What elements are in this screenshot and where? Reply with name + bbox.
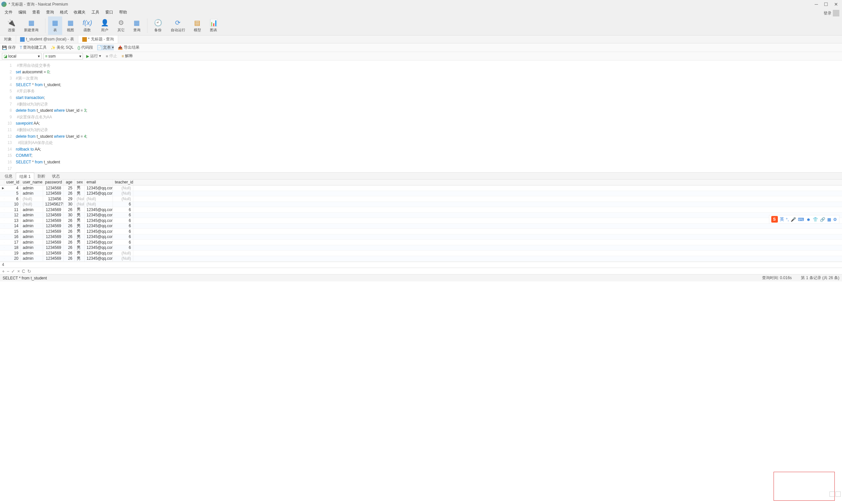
menu-工具[interactable]: 工具 xyxy=(89,9,102,16)
menu-文件[interactable]: 文件 xyxy=(2,9,15,16)
ribbon-函数[interactable]: f(x)函数 xyxy=(78,16,96,35)
ribbon-视图[interactable]: ▦视图 xyxy=(63,16,78,35)
result-tab-状态[interactable]: 状态 xyxy=(49,173,63,179)
table-row[interactable]: 6(Null)12345629(Null)(Null)(Null) xyxy=(0,196,842,202)
table-row[interactable]: 14admin123456926男12345@qq.com6 xyxy=(0,223,842,229)
tool-保存[interactable]: 💾保存 xyxy=(2,45,16,50)
col-user_name[interactable]: user_name xyxy=(21,180,43,185)
login-area[interactable]: 登录 xyxy=(824,10,839,16)
tool-查询创建工具[interactable]: T查询创建工具 xyxy=(20,45,47,50)
tool-美化 SQL[interactable]: ✨美化 SQL xyxy=(51,45,73,50)
menu-格式[interactable]: 格式 xyxy=(57,9,70,16)
模型-icon: ▤ xyxy=(194,18,200,27)
grid-op-+[interactable]: + xyxy=(2,269,5,274)
连接-icon: 🔌 xyxy=(7,18,16,27)
result-tab-结果 1[interactable]: 结果 1 xyxy=(16,173,34,180)
tool-文本 ▾[interactable]: 📄文本 ▾ xyxy=(97,45,114,50)
tab-对象[interactable]: 对象 xyxy=(0,36,16,43)
ribbon-其它[interactable]: ⚙其它 xyxy=(113,16,129,35)
ime-face-icon[interactable]: ☻ xyxy=(806,217,811,222)
col-user_id[interactable]: user_id xyxy=(4,180,21,185)
table-row[interactable]: 17admin123456926男12345@qq.com6 xyxy=(0,240,842,245)
col-teacher_id[interactable]: teacher_id xyxy=(113,180,133,185)
table-row[interactable]: 11admin123456926男12345@qq.com6 xyxy=(0,207,842,213)
ime-gear-icon[interactable]: ⚙ xyxy=(833,217,837,222)
col-age[interactable]: age xyxy=(64,180,75,185)
ribbon-备份[interactable]: 🕘备份 xyxy=(150,16,166,35)
col-password[interactable]: password xyxy=(43,180,64,185)
grid-op-×[interactable]: × xyxy=(17,269,20,274)
table-row[interactable]: 19admin123456926男12345@qq.com(Null) xyxy=(0,251,842,256)
tab-* 无标题 - 查询[interactable]: * 无标题 - 查询 xyxy=(78,36,119,43)
close-button[interactable]: ✕ xyxy=(834,2,838,7)
grid-op-C[interactable]: C xyxy=(22,269,25,274)
grid-op-−[interactable]: − xyxy=(6,269,9,274)
美化 SQL-icon: ✨ xyxy=(51,46,56,50)
table-row[interactable]: 5admin123456926男12345@qq.com(Null) xyxy=(0,191,842,197)
ribbon-自动运行[interactable]: ⟳自动运行 xyxy=(167,16,189,35)
table-row[interactable]: 16admin123456926男12345@qq.com6 xyxy=(0,234,842,240)
tool-导出结果[interactable]: 📤导出结果 xyxy=(118,45,140,50)
函数-icon: f(x) xyxy=(83,18,92,27)
run-button[interactable]: ▶运行 ▾ xyxy=(85,53,102,59)
result-grid[interactable]: user_iduser_namepasswordagesexemailteach… xyxy=(0,180,842,262)
table-row[interactable]: 13admin123456926男12345@qq.com6 xyxy=(0,218,842,223)
code-area[interactable]: #禁用自动提交事务set autocommit = 0;#第一次查询SELECT… xyxy=(15,60,842,172)
ribbon-模型[interactable]: ▤模型 xyxy=(190,16,205,35)
表-icon: ▦ xyxy=(52,18,58,27)
ime-kbd-icon[interactable]: ⌨ xyxy=(798,217,804,222)
自动运行-icon: ⟳ xyxy=(175,18,181,27)
menu-窗口[interactable]: 窗口 xyxy=(103,9,116,16)
menu-帮助[interactable]: 帮助 xyxy=(117,9,130,16)
separator xyxy=(45,18,46,33)
database-selector[interactable]: ≡ssm▾ xyxy=(43,53,83,59)
menu-编辑[interactable]: 编辑 xyxy=(16,9,29,16)
ime-link-icon[interactable]: 🔗 xyxy=(820,217,825,222)
explain-button[interactable]: ≡解释 xyxy=(120,53,134,59)
minimize-button[interactable]: ─ xyxy=(815,2,818,7)
其它-icon: ⚙ xyxy=(118,18,124,27)
result-tab-信息[interactable]: 信息 xyxy=(1,173,16,179)
sql-editor[interactable]: 1234567891011121314151617 #禁用自动提交事务set a… xyxy=(0,60,842,172)
col-email[interactable]: email xyxy=(85,180,113,185)
ime-lang[interactable]: 英 xyxy=(780,216,784,222)
ribbon-新建查询[interactable]: ▦新建查询 xyxy=(20,16,42,35)
result-tab-剖析[interactable]: 剖析 xyxy=(34,173,49,179)
menu-查看[interactable]: 查看 xyxy=(30,9,43,16)
ribbon-图表[interactable]: 📊图表 xyxy=(206,16,222,35)
menubar: 文件编辑查看查询格式收藏夹工具窗口帮助 xyxy=(0,8,842,16)
代码段-icon: () xyxy=(78,46,80,50)
stop-button[interactable]: ■停止 xyxy=(104,53,118,59)
table-row[interactable]: ▶4admin123456825男12345@qq.com(Null) xyxy=(0,185,842,191)
table-row[interactable]: 18admin123456926男12345@qq.com6 xyxy=(0,245,842,251)
play-icon: ▶ xyxy=(86,54,89,58)
ribbon-用户[interactable]: 👤用户 xyxy=(97,16,113,35)
ime-grid-icon[interactable]: ▦ xyxy=(827,217,831,222)
col-sex[interactable]: sex xyxy=(75,180,85,185)
table-row[interactable]: 20admin123456926男12345@qq.com(Null) xyxy=(0,256,842,262)
table-row[interactable]: 15admin123456926男12345@qq.com6 xyxy=(0,229,842,234)
ribbon-表[interactable]: ▦表 xyxy=(48,16,62,35)
ime-cloth-icon[interactable]: 👕 xyxy=(813,217,818,222)
ribbon-查询[interactable]: ▦查询 xyxy=(129,16,144,35)
connection-selector[interactable]: ◪local▾ xyxy=(2,53,41,59)
menu-查询[interactable]: 查询 xyxy=(43,9,57,16)
status-time: 查询时间: 0.016s xyxy=(762,275,792,281)
tool-代码段[interactable]: ()代码段 xyxy=(78,45,93,50)
separator xyxy=(147,18,147,33)
line-gutter: 1234567891011121314151617 xyxy=(0,60,15,172)
table-row[interactable]: 10(Null)12345627530(Null)(Null)6 xyxy=(0,202,842,208)
ime-toolbar[interactable]: S 英 °, 🎤 ⌨ ☻ 👕 🔗 ▦ ⚙ xyxy=(769,215,840,223)
menu-收藏夹[interactable]: 收藏夹 xyxy=(71,9,88,16)
grid-op-↻[interactable]: ↻ xyxy=(27,269,31,274)
table-row[interactable]: 12admin123456930男12345@qq.com6 xyxy=(0,213,842,218)
tab-t_student @ssm (local) - 表[interactable]: t_student @ssm (local) - 表 xyxy=(16,36,78,43)
connection-icon: ◪ xyxy=(4,54,7,58)
chevron-down-icon: ▾ xyxy=(38,54,40,58)
ime-mic-icon[interactable]: 🎤 xyxy=(791,217,796,222)
maximize-button[interactable]: ☐ xyxy=(824,2,828,7)
grid-op-✓[interactable]: ✓ xyxy=(11,269,15,274)
table-icon xyxy=(20,37,25,42)
ime-punct-icon[interactable]: °, xyxy=(786,217,789,222)
ribbon-连接[interactable]: 🔌连接 xyxy=(3,16,19,35)
